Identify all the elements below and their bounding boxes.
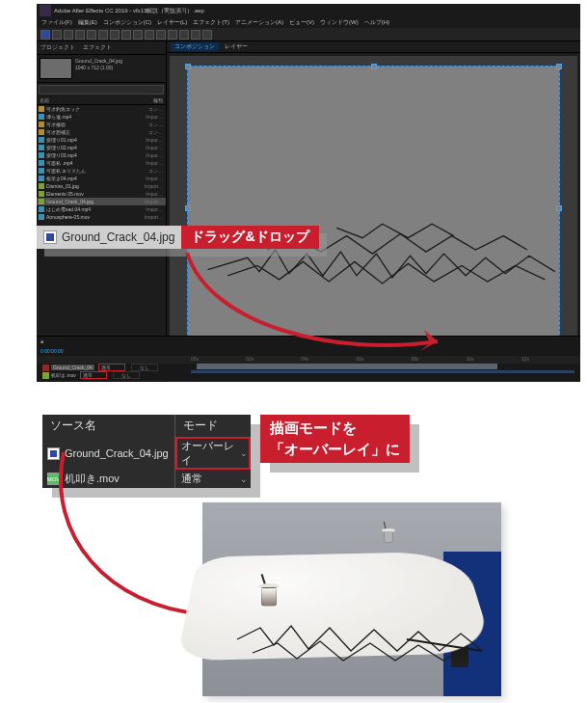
col-type[interactable]: 種類	[121, 97, 163, 103]
viewer-area[interactable]	[170, 56, 577, 368]
menu-edit[interactable]: 編集(E)	[78, 18, 97, 27]
project-item-type: Import…	[145, 199, 163, 204]
layer-clip[interactable]	[197, 364, 497, 369]
instruction-line2: 「オーバーレイ」に	[270, 439, 400, 460]
tab-composition[interactable]: コンポジション	[171, 42, 219, 51]
puppet-tool-icon[interactable]	[202, 30, 212, 40]
project-item-type: Impor…	[146, 145, 163, 150]
dragged-file-chip: Ground_Crack_04.jpg	[37, 226, 181, 249]
project-panel[interactable]: プロジェクト エフェクト Ground_Crack_04.jpg 1040 x …	[37, 41, 166, 382]
project-item[interactable]: 可才修面コン…	[37, 121, 166, 128]
project-item[interactable]: 博ら達.mp4Impor…	[37, 113, 166, 121]
shape-tool-icon[interactable]	[121, 30, 131, 40]
mode-row[interactable]: Ground_Crack_04.jpgオーバーレイ⌄	[42, 437, 251, 470]
pen-tool-icon[interactable]	[133, 30, 143, 40]
mode-row[interactable]: MOV机叩き.mov通常⌄	[42, 470, 251, 488]
menu-window[interactable]: ウィンドウ(W)	[320, 18, 359, 27]
project-item[interactable]: Atmosphere-05.movImport…	[37, 213, 166, 221]
timecode[interactable]: 0:00:00:00	[40, 348, 64, 354]
project-search-input[interactable]	[39, 85, 164, 95]
roto-tool-icon[interactable]	[191, 30, 200, 40]
project-item-name: 可才想補正	[46, 129, 148, 135]
project-item[interactable]: 安理り01.mp4Impor…	[37, 136, 166, 144]
pan-tool-icon[interactable]	[110, 30, 120, 40]
menu-file[interactable]: ファイル(F)	[41, 18, 72, 27]
menu-anim[interactable]: アニメーション(A)	[235, 18, 283, 27]
tab-effect[interactable]: エフェクト	[83, 43, 112, 52]
blend-mode-dropdown[interactable]: オーバーレイ⌄	[175, 437, 251, 470]
viewer-tabs[interactable]: コンポジション レイヤー	[167, 41, 580, 53]
project-item[interactable]: 可才釣魚コックコン…	[37, 105, 166, 113]
home-icon[interactable]	[40, 30, 50, 40]
zoom-tool-icon[interactable]	[75, 30, 85, 40]
project-item-name: 博ら達.mp4	[46, 114, 146, 120]
menu-help[interactable]: ヘルプ(H)	[364, 18, 389, 27]
menu-comp[interactable]: コンポジション(C)	[103, 18, 151, 27]
work-area[interactable]	[191, 370, 575, 373]
toolbar[interactable]	[37, 28, 580, 41]
composition-canvas[interactable]	[187, 66, 560, 351]
tab-layer[interactable]: レイヤー	[225, 42, 248, 51]
menu-layer[interactable]: レイヤー(L)	[157, 18, 187, 27]
layer-mode-dropdown[interactable]: 通常	[80, 371, 107, 379]
instruction-label: 描画モードを 「オーバーレイ」に	[260, 415, 410, 463]
timeline-header: 0:00:00:00	[37, 346, 580, 356]
preview-dims: 1040 x 712 (1.00)	[75, 65, 122, 71]
blend-mode-dropdown[interactable]: 通常⌄	[175, 470, 251, 488]
project-item-name: 安理り03.mp4	[46, 152, 146, 158]
project-item[interactable]: 根学き04.mp4Impor…	[37, 175, 166, 182]
project-item-name: 根学き04.mp4	[46, 176, 146, 181]
timeline-track[interactable]	[191, 364, 575, 371]
timeline-panel[interactable]: ■ 0:00:00:00 00s 02s 04s 06s 08s 10s 12s…	[37, 336, 580, 381]
project-item-name: Dismiss_01.jpg	[46, 183, 145, 189]
movie-file-icon: MOV	[47, 473, 60, 485]
project-panel-tabs[interactable]: プロジェクト エフェクト	[37, 41, 166, 55]
blend-mode-callout: ソース名 モード Ground_Crack_04.jpgオーバーレイ⌄MOV机叩…	[42, 415, 410, 488]
project-item-type: Impor…	[146, 152, 163, 158]
project-list[interactable]: 可才釣魚コックコン…博ら達.mp4Impor…可才修面コン…可才想補正コン…安理…	[37, 105, 166, 341]
project-item[interactable]: はじめ雪sad.04.mp4Impor…	[37, 205, 166, 213]
project-item[interactable]: 可思私 エリスたんコン…	[37, 167, 166, 175]
titlebar: Adobe After Effects CC 2019 - vfx13解説（実技…	[37, 4, 580, 17]
eraser-tool-icon[interactable]	[179, 30, 189, 40]
clone-tool-icon[interactable]	[168, 30, 177, 40]
header-sourcename: ソース名	[42, 415, 175, 437]
project-item-type: Impor…	[146, 114, 163, 120]
transform-handle-icon[interactable]	[556, 64, 562, 69]
project-item[interactable]: Elements 05.movImpor…	[37, 190, 166, 198]
selection-tool-icon[interactable]	[52, 30, 62, 40]
project-item-name: Ground_Crack_04.jpg	[46, 199, 145, 204]
col-name[interactable]: 名前	[40, 97, 121, 103]
project-item-name: 可才修面	[46, 122, 148, 127]
rotate-tool-icon[interactable]	[87, 30, 96, 40]
menu-effect[interactable]: エフェクト(T)	[193, 18, 229, 27]
brush-tool-icon[interactable]	[156, 30, 166, 40]
ruler-tick: 00s	[191, 356, 246, 364]
hand-tool-icon[interactable]	[64, 30, 73, 40]
camera-tool-icon[interactable]	[98, 30, 108, 40]
item-type-icon	[39, 214, 44, 220]
menu-view[interactable]: ビュー(V)	[289, 18, 314, 27]
transform-handle-icon[interactable]	[185, 64, 191, 69]
layer-trackmatte-dropdown[interactable]: なし	[131, 364, 158, 371]
project-item[interactable]: 可才想補正コン…	[37, 128, 166, 136]
layer-mode-dropdown[interactable]: 通常	[98, 364, 125, 371]
project-item[interactable]: 安理り03.mp4Impor…	[37, 151, 166, 159]
chevron-down-icon: ⌄	[240, 474, 248, 484]
timeline-tabs[interactable]: ■	[37, 337, 580, 346]
project-item[interactable]: 可思私 .mp4Impor…	[37, 159, 166, 167]
transform-handle-icon[interactable]	[556, 205, 562, 211]
project-item[interactable]: 安理り02.mp4Impor…	[37, 144, 166, 151]
timeline-ruler[interactable]: 00s 02s 04s 06s 08s 10s 12s	[37, 356, 580, 364]
tab-project[interactable]: プロジェクト	[40, 43, 75, 52]
timeline-tab[interactable]: ■	[40, 338, 43, 344]
menubar[interactable]: ファイル(F) 編集(E) コンポジション(C) レイヤー(L) エフェクト(T…	[37, 17, 580, 28]
layer-trackmatte-dropdown[interactable]: なし	[113, 371, 140, 379]
project-item[interactable]: Dismiss_01.jpgImport…	[37, 182, 166, 190]
project-item[interactable]: Ground_Crack_04.jpgImport…	[37, 198, 166, 205]
ruler-tick: 10s	[467, 356, 521, 364]
text-tool-icon[interactable]	[145, 30, 154, 40]
transform-handle-icon[interactable]	[371, 64, 377, 69]
transform-handle-icon[interactable]	[185, 205, 191, 211]
item-type-icon	[39, 137, 44, 143]
